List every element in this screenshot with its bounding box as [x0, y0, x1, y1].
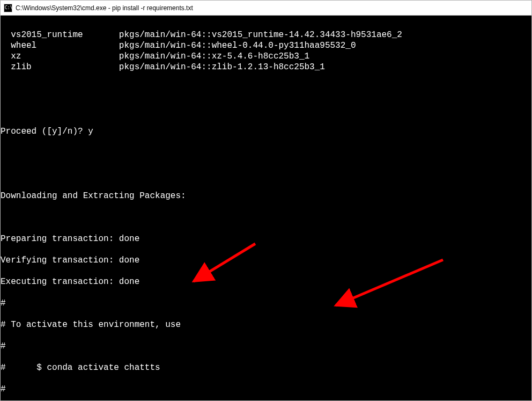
package-name: vs2015_runtime: [11, 30, 119, 40]
package-spec: pkgs/main/win-64::xz-5.4.6-h8cc25b3_1: [119, 52, 309, 61]
package-name: xz: [11, 51, 119, 62]
package-row: zlibpkgs/main/win-64::zlib-1.2.13-h8cc25…: [1, 62, 531, 72]
package-spec: pkgs/main/win-64::wheel-0.44.0-py311haa9…: [119, 41, 356, 50]
package-name: zlib: [11, 62, 119, 72]
window-titlebar[interactable]: C:\ C:\Windows\System32\cmd.exe - pip in…: [1, 1, 531, 16]
download-header: Downloading and Extracting Packages:: [1, 191, 531, 201]
hash-line: #: [1, 341, 531, 352]
window-title: C:\Windows\System32\cmd.exe - pip instal…: [16, 4, 193, 12]
terminal-output[interactable]: vs2015_runtimepkgs/main/win-64::vs2015_r…: [1, 16, 531, 400]
hash-line: #: [1, 384, 531, 395]
package-spec: pkgs/main/win-64::vs2015_runtime-14.42.3…: [119, 30, 402, 40]
package-row: vs2015_runtimepkgs/main/win-64::vs2015_r…: [1, 30, 531, 40]
proceed-prompt: Proceed ([y]/n)? y: [1, 126, 531, 137]
svg-text:C:\: C:\: [5, 5, 12, 10]
tx-exec: Executing transaction: done: [1, 276, 531, 287]
activate-cmd: #$ conda activate chattts: [1, 362, 531, 373]
package-row: wheelpkgs/main/win-64::wheel-0.44.0-py31…: [1, 40, 531, 51]
hash-line: #: [1, 298, 531, 309]
cmd-window: C:\ C:\Windows\System32\cmd.exe - pip in…: [0, 0, 532, 401]
activate-hint-1: # To activate this environment, use: [1, 319, 531, 330]
package-spec: pkgs/main/win-64::zlib-1.2.13-h8cc25b3_1: [119, 62, 325, 72]
tx-prep: Preparing transaction: done: [1, 234, 531, 244]
package-name: wheel: [11, 40, 119, 51]
tx-verify: Verifying transaction: done: [1, 255, 531, 266]
cmd-icon: C:\: [4, 4, 12, 12]
package-row: xzpkgs/main/win-64::xz-5.4.6-h8cc25b3_1: [1, 51, 531, 62]
